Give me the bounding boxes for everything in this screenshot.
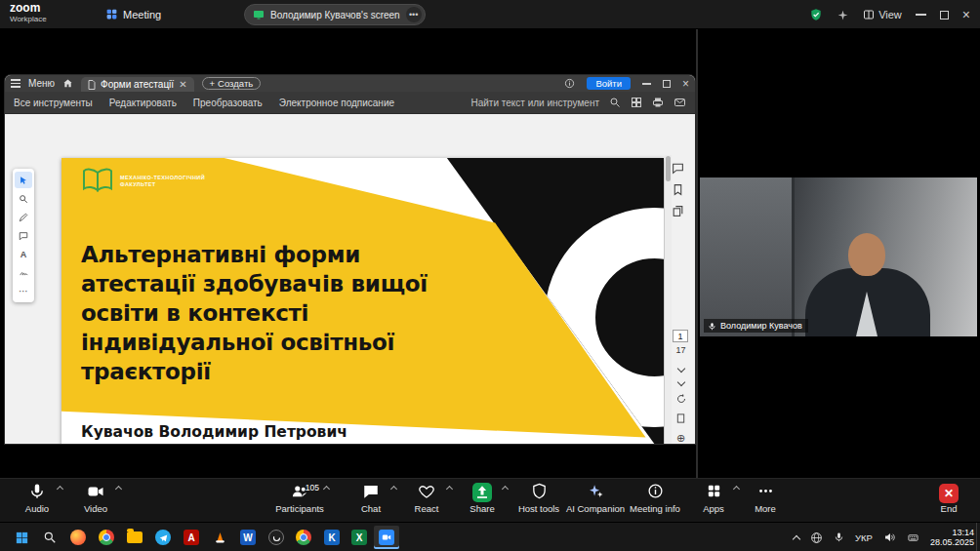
acrobat-maximize-button[interactable] (663, 80, 671, 88)
speaker-icon[interactable] (883, 531, 896, 543)
screen-share-more-button[interactable]: ••• (406, 7, 422, 22)
all-tools-menu[interactable]: Все инструменты (14, 98, 93, 108)
meeting-controls-bar: Audio Video 105 Participants Chat React (0, 478, 980, 522)
show-desktop-button[interactable] (976, 523, 980, 551)
select-tool[interactable] (15, 172, 32, 188)
home-icon[interactable] (62, 78, 73, 89)
maximize-button[interactable] (940, 11, 949, 20)
windows-taskbar: A W K X УКР 13:14 28.05.2025 (0, 522, 980, 551)
stage-divider[interactable] (696, 29, 698, 478)
tray-mic-icon[interactable] (834, 531, 844, 543)
taskbar-telegram[interactable] (150, 526, 176, 549)
create-button[interactable]: + Создать (202, 77, 262, 90)
scroll-down-chevron-icon[interactable] (676, 378, 684, 386)
document-tab[interactable]: Форми атестації ✕ (81, 77, 193, 92)
e-sign-menu[interactable]: Электронное подписание (279, 98, 394, 108)
taskbar-chrome-2[interactable] (291, 526, 316, 549)
signature-tool[interactable] (15, 264, 32, 281)
taskbar-search-button[interactable] (37, 526, 62, 549)
document-tab-title: Форми атестації (101, 79, 174, 90)
taskbar-vlc[interactable] (207, 526, 232, 549)
camera-icon (61, 483, 131, 502)
text-tool[interactable]: A (15, 246, 32, 262)
printer-icon[interactable] (652, 97, 664, 108)
search-icon[interactable] (609, 97, 621, 108)
touch-keyboard-icon[interactable] (907, 532, 919, 543)
taskbar-obs[interactable] (264, 526, 289, 549)
hamburger-menu-icon[interactable] (11, 77, 20, 89)
sparkle-icon[interactable] (837, 9, 849, 21)
video-button[interactable]: Video (61, 483, 131, 520)
meeting-grid-icon (105, 8, 118, 20)
more-button[interactable]: More (730, 483, 800, 520)
search-label[interactable]: Найти текст или инструмент (470, 98, 599, 108)
taskbar-firefox[interactable] (65, 526, 91, 549)
faculty-logo-text: МЕХАНІКО-ТЕХНОЛОГІЧНИЙ ФАКУЛЬТЕТ (120, 175, 205, 188)
end-meeting-icon: ✕ (939, 484, 959, 503)
taskbar-chrome[interactable] (94, 526, 119, 549)
video-column: Володимир Кувачов (699, 29, 980, 478)
slide-title: Альтернативні форми атестації здобувачів… (81, 240, 540, 386)
acrobat-toolbar-right: Найти текст или инструмент (470, 97, 686, 108)
acrobat-tabbar-right: Войти × (564, 77, 689, 91)
network-icon[interactable] (810, 531, 823, 544)
video-background (700, 177, 795, 336)
zoom-tool[interactable] (15, 190, 32, 207)
pages-panel-icon[interactable] (672, 205, 684, 217)
taskbar-kompas[interactable]: K (319, 526, 345, 549)
panels-icon[interactable] (631, 97, 642, 108)
share-screen-icon (472, 483, 492, 502)
minimize-button[interactable] (916, 14, 926, 16)
scrollbar-thumb[interactable] (666, 156, 671, 181)
system-tray: УКР 13:14 28.05.2025 (794, 523, 974, 551)
taskbar-zoom-active[interactable] (374, 526, 399, 549)
mic-level-icon (708, 322, 716, 331)
kompas-icon: K (324, 530, 340, 545)
taskbar-acrobat[interactable]: A (179, 526, 204, 549)
view-button[interactable]: View (863, 9, 902, 20)
firefox-icon (70, 530, 86, 545)
acrobat-minimize-button[interactable] (642, 83, 651, 85)
pdf-page[interactable]: МЕХАНІКО-ТЕХНОЛОГІЧНИЙ ФАКУЛЬТЕТ Альтерн… (61, 158, 664, 444)
vertical-scrollbar[interactable]: ▼ (665, 155, 672, 444)
faculty-logo: МЕХАНІКО-ТЕХНОЛОГІЧНИЙ ФАКУЛЬТЕТ (81, 168, 205, 195)
more-tools-button[interactable]: ⋯ (15, 283, 32, 299)
mail-icon[interactable] (674, 97, 686, 108)
tab-close-icon[interactable]: ✕ (179, 79, 186, 90)
edit-menu[interactable]: Редактировать (109, 98, 177, 108)
acrobat-toolbar: Все инструменты Редактировать Преобразов… (5, 92, 695, 114)
more-label: More (730, 503, 800, 514)
zoom-in-icon[interactable]: ⊕ (676, 432, 685, 444)
menu-button[interactable]: Меню (28, 78, 55, 89)
shared-screen-pill[interactable]: Володимир Кувачов's screen ••• (244, 4, 426, 25)
participants-button[interactable]: 105 Participants (265, 483, 335, 520)
comments-panel-icon[interactable] (672, 162, 684, 175)
info-icon[interactable] (564, 78, 575, 89)
close-button[interactable]: × (962, 8, 970, 21)
tab-meeting[interactable]: Meeting (105, 8, 161, 20)
zoom-app-icon (379, 530, 394, 545)
convert-menu[interactable]: Преобразовать (193, 98, 263, 108)
taskbar-explorer[interactable] (122, 526, 147, 549)
next-page-chevron-icon[interactable] (676, 365, 684, 373)
comment-tool[interactable] (15, 227, 32, 244)
page-indicator: 1 17 (673, 330, 689, 355)
acrobat-close-button[interactable]: × (682, 77, 689, 91)
sign-in-button[interactable]: Войти (587, 77, 631, 90)
taskbar-clock[interactable]: 13:14 28.05.2025 (930, 528, 974, 547)
bookmarks-panel-icon[interactable] (672, 183, 684, 196)
fit-page-icon[interactable] (675, 413, 686, 424)
participant-video[interactable]: Володимир Кувачов (700, 177, 977, 336)
current-page-input[interactable]: 1 (673, 330, 688, 342)
rotate-icon[interactable] (675, 393, 687, 405)
start-button[interactable] (9, 526, 34, 549)
end-button[interactable]: ✕ End (914, 483, 980, 520)
pen-tool[interactable] (15, 209, 32, 225)
video-label: Video (61, 503, 131, 514)
tray-expand-icon[interactable] (793, 534, 800, 542)
taskbar-word[interactable]: W (235, 526, 261, 549)
participant-name-tag: Володимир Кувачов (704, 319, 808, 333)
language-indicator[interactable]: УКР (855, 532, 873, 543)
taskbar-excel[interactable]: X (347, 526, 372, 549)
view-label: View (878, 9, 902, 20)
